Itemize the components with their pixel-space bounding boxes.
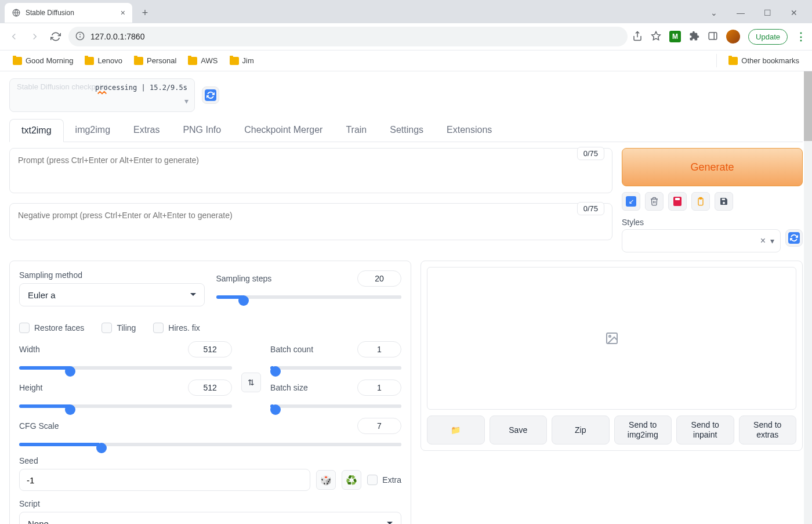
tiling-checkbox[interactable]: Tiling [102,323,136,333]
bookmark-aws[interactable]: AWS [183,54,222,67]
open-folder-button[interactable]: 📁 [427,415,485,445]
zip-button[interactable]: Zip [552,415,610,445]
scrollbar[interactable] [804,71,812,524]
random-seed-button[interactable]: 🎲 [316,470,336,490]
chevron-down-icon: ▾ [184,96,188,106]
svg-point-3 [80,34,81,35]
tab-txt2img[interactable]: txt2img [9,119,64,142]
star-icon[interactable] [651,31,661,43]
refresh-checkpoint-button[interactable] [202,86,219,104]
bookmark-personal[interactable]: Personal [129,54,181,67]
globe-icon [12,8,21,17]
reload-button[interactable] [48,28,64,45]
send-img2img-button[interactable]: Send to img2img [614,415,672,445]
menu-icon[interactable]: ⋮ [796,30,806,43]
prompt-input[interactable] [9,148,612,193]
batch-size-label: Batch size [270,383,308,392]
main-tabs: txt2img img2img Extras PNG Info Checkpoi… [9,119,803,142]
restore-faces-checkbox[interactable]: Restore faces [19,323,84,333]
batch-size-slider[interactable] [270,404,401,408]
clear-styles-icon[interactable]: × [760,236,766,246]
hires-fix-checkbox[interactable]: Hires. fix [153,323,200,333]
other-bookmarks[interactable]: Other bookmarks [724,54,804,67]
chevron-down-icon[interactable]: ⌄ [701,3,727,22]
save-icon-button[interactable] [715,192,733,211]
profile-avatar[interactable] [726,30,740,44]
back-button[interactable] [6,28,22,45]
svg-rect-8 [699,197,702,199]
tab-settings[interactable]: Settings [378,119,435,142]
window-controls: ⌄ — ☐ ✕ [701,3,807,22]
styles-label: Styles [622,218,803,227]
cfg-value[interactable] [357,418,401,434]
toolbar-icons: M Update ⋮ [632,29,806,45]
generate-row: 0/75 0/75 Generate ↙ Styles [9,148,803,252]
sampling-method-select[interactable]: Euler a [19,283,205,306]
bookmark-jim[interactable]: Jim [225,54,259,67]
width-value[interactable] [188,341,232,357]
reuse-seed-button[interactable]: ♻️ [342,470,361,490]
sampling-steps-label: Sampling steps [216,274,272,283]
sidepanel-icon[interactable] [708,31,718,43]
trash-icon-button[interactable] [645,192,664,211]
clipboard-icon-button[interactable] [691,192,710,211]
batch-count-slider[interactable] [270,366,401,370]
height-value[interactable] [188,380,232,396]
tab-img2img[interactable]: img2img [64,119,122,142]
sampling-steps-slider[interactable] [216,295,402,299]
negative-prompt-input[interactable] [9,203,612,240]
batch-size-value[interactable] [357,380,401,396]
svg-point-10 [609,335,611,337]
styles-select[interactable]: × ▾ [622,229,781,252]
batch-count-label: Batch count [270,345,313,354]
send-extras-button[interactable]: Send to extras [739,415,797,445]
output-image-placeholder [427,267,796,410]
extension-m-icon[interactable]: M [669,31,681,42]
address-bar[interactable]: 127.0.0.1:7860 [68,27,628,46]
batch-count-value[interactable] [357,341,401,357]
folder-icon [134,57,143,65]
tab-png-info[interactable]: PNG Info [171,119,233,142]
seed-input[interactable] [19,469,310,491]
height-slider[interactable] [19,404,232,408]
card-icon-button[interactable] [668,192,687,211]
refresh-styles-button[interactable] [785,229,803,247]
checkbox-row: Restore faces Tiling Hires. fix [19,323,401,333]
cfg-slider[interactable] [19,443,401,446]
send-inpaint-button[interactable]: Send to inpaint [676,415,734,445]
browser-tab[interactable]: Stable Diffusion × [5,3,132,23]
folder-icon [728,57,738,65]
close-window-button[interactable]: ✕ [781,3,807,22]
script-select[interactable]: None [19,512,401,524]
bookmark-lenovo[interactable]: Lenovo [80,54,127,67]
sampling-steps-value[interactable] [357,270,401,287]
arrow-icon-button[interactable]: ↙ [622,192,640,211]
maximize-button[interactable]: ☐ [754,3,781,22]
settings-row: Sampling method Euler a Sampling steps [9,261,803,524]
new-tab-button[interactable]: + [137,5,153,21]
width-slider[interactable] [19,366,232,370]
tab-extensions[interactable]: Extensions [435,119,503,142]
checkpoint-row: Stable Diffusion checkpoint processing |… [9,78,803,112]
close-icon[interactable]: × [121,8,125,17]
tab-train[interactable]: Train [334,119,378,142]
svg-rect-5 [709,32,717,39]
extensions-icon[interactable] [689,31,699,43]
settings-panel: Sampling method Euler a Sampling steps [9,261,411,524]
generate-button[interactable]: Generate [622,148,803,186]
update-button[interactable]: Update [748,29,788,45]
checkpoint-selector[interactable]: Stable Diffusion checkpoint processing |… [9,78,195,112]
forward-button[interactable] [27,28,43,45]
scrollbar-thumb[interactable] [804,71,812,141]
folder-icon [188,57,197,65]
swap-dimensions-button[interactable]: ⇅ [241,373,261,392]
save-button[interactable]: Save [490,415,548,445]
tab-checkpoint-merger[interactable]: Checkpoint Merger [233,119,334,142]
share-icon[interactable] [632,31,643,43]
chevron-down-icon [387,522,393,524]
minimize-button[interactable]: — [727,3,754,22]
bookmark-good-morning[interactable]: Good Morning [8,54,78,67]
tab-extras[interactable]: Extras [122,119,171,142]
extra-seed-checkbox[interactable]: Extra [367,475,401,485]
cfg-label: CFG Scale [19,421,59,431]
